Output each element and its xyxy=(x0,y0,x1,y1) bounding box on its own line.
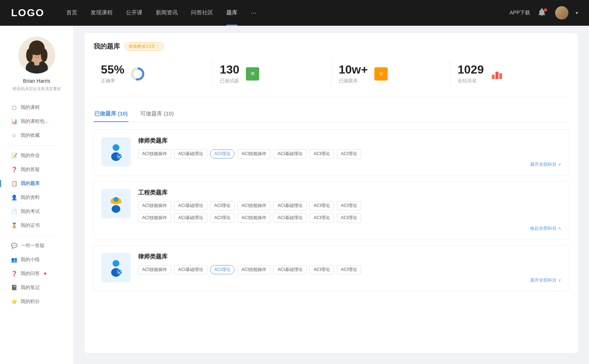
tag-3-1[interactable]: ACI技能操作 xyxy=(138,265,171,274)
user-dropdown-arrow[interactable]: ▾ xyxy=(576,10,578,15)
stat-questions-done: 130 已做试题 ≡ xyxy=(212,60,331,88)
sidebar-item-my-qa[interactable]: ❓ 我的问答 xyxy=(4,267,70,281)
tag-1-3[interactable]: ACI理论 xyxy=(210,149,234,158)
tag-2-7[interactable]: ACI理论 xyxy=(337,201,361,210)
accuracy-icon xyxy=(130,67,145,81)
sidebar-item-question-bank[interactable]: 📋 我的题库 xyxy=(4,176,70,190)
profile-icon: 👤 xyxy=(11,195,17,200)
svg-point-20 xyxy=(113,260,119,267)
stat-ranking: 1029 全站排名 xyxy=(450,60,569,88)
tag-2-3[interactable]: ACI理论 xyxy=(210,201,234,210)
notes-icon: 📓 xyxy=(11,285,17,290)
questions-done-label: 已做试题 xyxy=(220,78,239,84)
tab-done-banks[interactable]: 已做题库 (10) xyxy=(94,107,128,122)
tag-1-4[interactable]: ACI技能操作 xyxy=(237,149,271,158)
qa-icon: ❓ xyxy=(11,167,17,172)
navbar: LOGO 首页 发现课程 公开课 新闻资讯 问答社区 题库 ··· APP下载 … xyxy=(0,0,589,26)
bank-card-1: 律师类题库 ACI技能操作 ACI基础理论 ACI理论 ACI技能操作 ACI基… xyxy=(94,129,569,175)
tag-3-6[interactable]: ACI理论 xyxy=(310,265,334,274)
nav-qa[interactable]: 问答社区 xyxy=(191,9,213,17)
app-download-button[interactable]: APP下载 xyxy=(509,10,530,16)
tag-2-1[interactable]: ACI技能操作 xyxy=(138,201,171,210)
bank-icon-lawyer-3 xyxy=(101,253,131,282)
bank-title-2: 工程类题库 xyxy=(138,189,561,197)
nav-open-course[interactable]: 公开课 xyxy=(126,9,142,17)
bank-icon-lawyer-1 xyxy=(101,137,131,167)
sidebar-item-my-courses[interactable]: ▢ 我的课程 xyxy=(4,100,70,114)
main-content: 我的题库 体验剩余23天！ 55% 正确率 xyxy=(74,26,589,364)
lawyer-svg-icon-3 xyxy=(106,258,126,277)
sidebar-item-certificate[interactable]: 🏅 我的证书 xyxy=(4,218,70,232)
my-courses-label: 我的课程 xyxy=(21,104,40,111)
tag-3-7[interactable]: ACI理论 xyxy=(337,265,361,274)
nav-home[interactable]: 首页 xyxy=(66,9,77,17)
tag-2-9[interactable]: ACI基础理论 xyxy=(174,213,207,222)
nav-more[interactable]: ··· xyxy=(251,9,256,17)
tags-row-3: ACI技能操作 ACI基础理论 ACI理论 ACI技能操作 ACI基础理论 AC… xyxy=(138,265,561,274)
points-label: 我的积分 xyxy=(21,298,40,305)
tags-row-2b: ACI技能操作 ACI基础理论 ACI理论 ACI技能操作 ACI基础理论 AC… xyxy=(138,213,561,222)
sidebar-item-profile[interactable]: 👤 我的资料 xyxy=(4,190,70,204)
tag-2-12[interactable]: ACI基础理论 xyxy=(274,213,307,222)
sidebar-item-exam[interactable]: 📄 我的考试 xyxy=(4,204,70,218)
avatar-illustration xyxy=(18,37,55,74)
notification-bell[interactable] xyxy=(537,8,548,18)
tag-2-13[interactable]: ACI理论 xyxy=(310,213,334,222)
svg-point-22 xyxy=(117,270,122,274)
tag-3-4[interactable]: ACI技能操作 xyxy=(237,265,271,274)
sidebar-item-my-packages[interactable]: 📊 我的课程包... xyxy=(4,114,70,128)
exam-label: 我的考试 xyxy=(21,208,40,215)
engineer-svg-icon xyxy=(106,194,126,213)
collapse-link-2[interactable]: 收起全部科目 ∧ xyxy=(138,225,561,232)
tag-2-14[interactable]: ACI理论 xyxy=(337,213,361,222)
tag-3-2[interactable]: ACI基础理论 xyxy=(174,265,207,274)
sidebar-avatar xyxy=(18,37,55,74)
tag-2-5[interactable]: ACI基础理论 xyxy=(274,201,307,210)
tag-2-4[interactable]: ACI技能操作 xyxy=(237,201,271,210)
sidebar-item-points[interactable]: ⭐ 我的积分 xyxy=(4,295,70,308)
ranking-value: 1029 xyxy=(458,63,484,76)
my-courses-icon: ▢ xyxy=(11,104,17,110)
notes-label: 我的笔记 xyxy=(21,284,40,291)
tag-1-6[interactable]: ACI理论 xyxy=(310,149,334,158)
tab-available-banks[interactable]: 可做题库 (10) xyxy=(140,107,174,122)
svg-point-15 xyxy=(117,154,122,158)
profile-label: 我的资料 xyxy=(21,194,40,201)
accuracy-label: 正确率 xyxy=(101,78,124,84)
expand-link-1[interactable]: 展开全部科目 ∨ xyxy=(138,161,561,168)
tag-1-5[interactable]: ACI基础理论 xyxy=(274,149,307,158)
sidebar-motto: 错误的决定比没有决定要好 xyxy=(9,86,65,92)
logo: LOGO xyxy=(11,7,44,19)
stat-accuracy: 55% 正确率 xyxy=(94,60,212,88)
homework-icon: 📝 xyxy=(11,153,17,158)
tag-2-6[interactable]: ACI理论 xyxy=(310,201,334,210)
sidebar-item-qa[interactable]: ❓ 我的答疑 xyxy=(4,163,70,176)
user-avatar[interactable] xyxy=(555,6,568,19)
nav-links: 首页 发现课程 公开课 新闻资讯 问答社区 题库 ··· xyxy=(66,9,509,17)
tag-2-8[interactable]: ACI技能操作 xyxy=(138,213,171,222)
trial-badge: 体验剩余23天！ xyxy=(124,42,164,51)
sidebar-item-group[interactable]: 👥 我的小组 xyxy=(4,253,70,267)
lawyer-svg-icon-1 xyxy=(106,142,126,161)
nav-question-bank[interactable]: 题库 xyxy=(226,9,237,17)
tag-3-3[interactable]: ACI理论 xyxy=(210,265,234,274)
tag-3-5[interactable]: ACI基础理论 xyxy=(274,265,307,274)
sidebar-item-favorites[interactable]: ☆ 我的收藏 xyxy=(4,128,70,142)
sidebar-item-one-on-one[interactable]: 💬 一对一答疑 xyxy=(4,239,70,253)
expand-link-3[interactable]: 展开全部科目 ∨ xyxy=(138,277,561,283)
tag-2-2[interactable]: ACI基础理论 xyxy=(174,201,207,210)
my-packages-icon: 📊 xyxy=(11,118,17,124)
tag-1-1[interactable]: ACI技能操作 xyxy=(138,149,171,158)
tags-row-1: ACI技能操作 ACI基础理论 ACI理论 ACI技能操作 ACI基础理论 AC… xyxy=(138,149,561,158)
banks-done-value: 10w+ xyxy=(339,63,368,76)
tag-1-7[interactable]: ACI理论 xyxy=(337,149,361,158)
tag-2-10[interactable]: ACI理论 xyxy=(210,213,234,222)
nav-discover[interactable]: 发现课程 xyxy=(91,9,113,17)
tag-2-11[interactable]: ACI技能操作 xyxy=(237,213,271,222)
questions-done-value: 130 xyxy=(220,63,239,76)
tag-1-2[interactable]: ACI基础理论 xyxy=(174,149,207,158)
sidebar-item-homework[interactable]: 📝 我的作业 xyxy=(4,149,70,163)
sidebar-item-notes[interactable]: 📓 我的笔记 xyxy=(4,281,70,295)
qcount-icon: ≡ xyxy=(374,67,388,81)
nav-news[interactable]: 新闻资讯 xyxy=(156,9,178,17)
